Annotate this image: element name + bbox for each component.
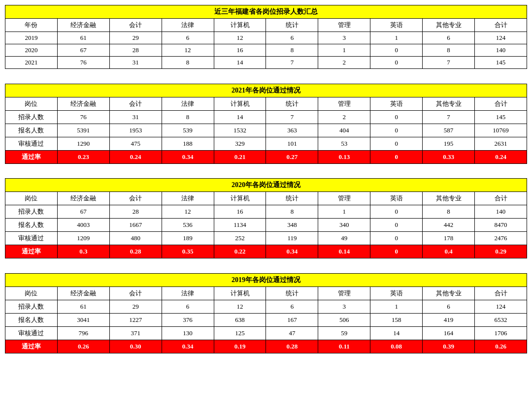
col-header: 统计 bbox=[266, 19, 318, 32]
section-table1: 近三年福建省各岗位招录人数汇总 年份 经济金融 会计 法律 计算机 统计 管理 … bbox=[5, 5, 527, 74]
table-row: 招录人数 67 28 12 16 8 1 0 8 140 bbox=[5, 205, 527, 219]
pass-rate-row: 通过率 0.26 0.30 0.34 0.19 0.28 0.11 0.08 0… bbox=[5, 340, 527, 353]
col-header: 英语 bbox=[370, 19, 423, 32]
table2-header: 岗位 经济金融 会计 法律 计算机 统计 管理 英语 其他专业 合计 bbox=[5, 97, 527, 110]
table-row: 报名人数 4003 1667 536 1134 348 340 0 442 84… bbox=[5, 219, 527, 232]
pass-rate-row: 通过率 0.3 0.28 0.35 0.22 0.34 0.14 0 0.4 0… bbox=[5, 245, 527, 258]
table-row: 审核通过 796 371 130 125 47 59 14 164 1706 bbox=[5, 326, 527, 340]
col-header: 合计 bbox=[475, 19, 527, 32]
table-row: 2019 61 29 6 12 6 3 1 6 124 bbox=[5, 32, 527, 44]
col-header: 年份 bbox=[5, 19, 58, 32]
col-header: 计算机 bbox=[214, 19, 266, 32]
table-row: 2021 76 31 8 14 7 2 0 7 145 bbox=[5, 57, 527, 69]
table-row: 报名人数 3041 1227 376 638 167 506 158 419 6… bbox=[5, 313, 527, 326]
table1-header: 年份 经济金融 会计 法律 计算机 统计 管理 英语 其他专业 合计 bbox=[5, 19, 527, 32]
table3-header: 岗位 经济金融 会计 法律 计算机 统计 管理 英语 其他专业 合计 bbox=[5, 192, 527, 205]
col-header: 经济金融 bbox=[57, 19, 109, 32]
col-header: 法律 bbox=[162, 19, 214, 32]
table-summary: 近三年福建省各岗位招录人数汇总 年份 经济金融 会计 法律 计算机 统计 管理 … bbox=[5, 5, 527, 74]
table-row: 审核通过 1209 480 189 252 119 49 0 178 2476 bbox=[5, 232, 527, 245]
col-header: 管理 bbox=[318, 19, 370, 32]
table-row: 报名人数 5391 1953 539 1532 363 404 0 587 10… bbox=[5, 124, 527, 137]
pass-rate-row: 通过率 0.23 0.24 0.34 0.21 0.27 0.13 0 0.33… bbox=[5, 150, 527, 163]
table-row: 2020 67 28 12 16 8 1 0 8 140 bbox=[5, 44, 527, 57]
col-header: 会计 bbox=[109, 19, 162, 32]
table-row: 招录人数 61 29 6 12 6 3 1 6 124 bbox=[5, 300, 527, 313]
table4-title: 2019年各岗位通过情况 bbox=[5, 273, 527, 286]
table3-title: 2020年各岗位通过情况 bbox=[5, 179, 527, 192]
col-header: 其他专业 bbox=[423, 19, 475, 32]
table-row: 审核通过 1290 475 188 329 101 53 0 195 2631 bbox=[5, 137, 527, 150]
table-2020: 2020年各岗位通过情况 岗位 经济金融 会计 法律 计算机 统计 管理 英语 … bbox=[5, 178, 527, 263]
section-table2: 2021年各岗位通过情况 岗位 经济金融 会计 法律 计算机 统计 管理 英语 … bbox=[5, 84, 527, 169]
table-2019: 2019年各岗位通过情况 岗位 经济金融 会计 法律 计算机 统计 管理 英语 … bbox=[5, 273, 527, 353]
table4-header: 岗位 经济金融 会计 法律 计算机 统计 管理 英语 其他专业 合计 bbox=[5, 286, 527, 300]
table1-title: 近三年福建省各岗位招录人数汇总 bbox=[5, 5, 527, 19]
table2-title: 2021年各岗位通过情况 bbox=[5, 84, 527, 97]
table-row: 招录人数 76 31 8 14 7 2 0 7 145 bbox=[5, 110, 527, 124]
section-table4: 2019年各岗位通过情况 岗位 经济金融 会计 法律 计算机 统计 管理 英语 … bbox=[5, 273, 527, 353]
section-table3: 2020年各岗位通过情况 岗位 经济金融 会计 法律 计算机 统计 管理 英语 … bbox=[5, 178, 527, 263]
table-2021: 2021年各岗位通过情况 岗位 经济金融 会计 法律 计算机 统计 管理 英语 … bbox=[5, 84, 527, 169]
